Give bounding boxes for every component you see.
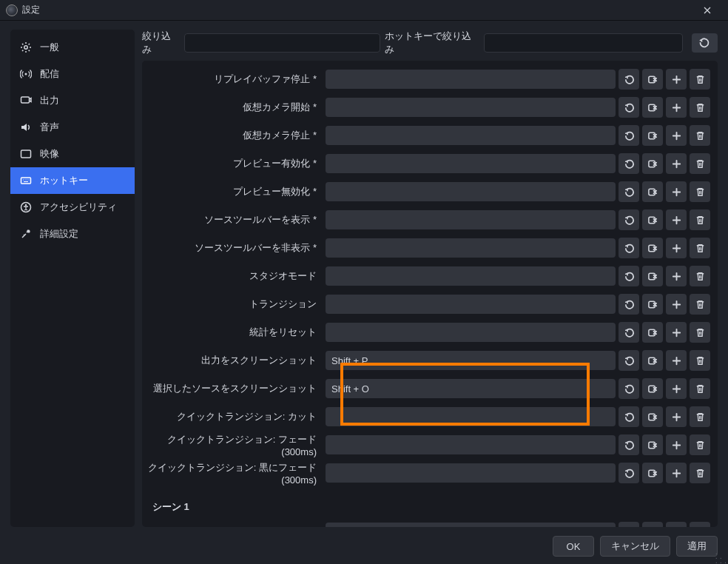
clear-button[interactable]	[642, 209, 663, 230]
hotkey-input[interactable]	[326, 435, 616, 454]
add-button[interactable]	[666, 522, 687, 527]
add-button[interactable]	[666, 69, 687, 90]
remove-button[interactable]	[690, 181, 710, 202]
add-button[interactable]	[666, 125, 687, 146]
apply-button[interactable]: 適用	[676, 536, 718, 557]
hotkey-input[interactable]	[326, 98, 616, 117]
undo-button[interactable]	[619, 434, 639, 455]
undo-button[interactable]	[619, 378, 639, 399]
remove-button[interactable]	[690, 294, 710, 315]
remove-button[interactable]	[690, 153, 710, 174]
hotkey-list[interactable]: リプレイバッファ停止 *仮想カメラ開始 *仮想カメラ停止 *プレビュー有効化 *…	[142, 61, 718, 527]
hotkey-input[interactable]	[326, 407, 616, 426]
hotkey-input[interactable]	[326, 126, 616, 145]
hotkey-input[interactable]	[326, 70, 616, 89]
add-button[interactable]	[666, 350, 687, 371]
hotkey-input[interactable]	[326, 154, 616, 173]
add-button[interactable]	[666, 153, 687, 174]
remove-button[interactable]	[690, 238, 710, 258]
undo-button[interactable]	[619, 463, 639, 483]
hotkey-label: プレビュー有効化 *	[146, 157, 323, 170]
undo-button[interactable]	[619, 125, 639, 146]
undo-button[interactable]	[619, 266, 639, 286]
undo-button[interactable]	[619, 522, 639, 527]
sidebar-item-accessibility[interactable]: アクセシビリティ	[10, 194, 135, 221]
clear-button[interactable]	[642, 378, 663, 399]
cancel-button[interactable]: キャンセル	[600, 536, 670, 557]
remove-button[interactable]	[690, 406, 710, 427]
remove-button[interactable]	[690, 125, 710, 146]
clear-button[interactable]	[642, 97, 663, 118]
clear-button[interactable]	[642, 266, 663, 286]
remove-button[interactable]	[690, 322, 710, 343]
add-button[interactable]	[666, 294, 687, 315]
hotkey-input[interactable]	[326, 295, 616, 314]
sidebar-item-label: 映像	[40, 147, 59, 161]
clear-button[interactable]	[642, 322, 663, 343]
undo-button[interactable]	[619, 406, 639, 427]
hotkey-input[interactable]	[326, 523, 616, 527]
clear-button[interactable]	[642, 434, 663, 455]
remove-button[interactable]	[690, 97, 710, 118]
hotkey-input[interactable]	[326, 238, 616, 258]
reset-filter-button[interactable]	[692, 33, 718, 53]
remove-button[interactable]	[690, 378, 710, 399]
add-button[interactable]	[666, 322, 687, 343]
clear-button[interactable]	[642, 69, 663, 90]
sidebar-item-stream[interactable]: 配信	[10, 61, 135, 87]
clear-button[interactable]	[642, 181, 663, 202]
hotkey-label: 選択したソースをスクリーンショット	[146, 382, 323, 395]
clear-button[interactable]	[642, 125, 663, 146]
add-button[interactable]	[666, 378, 687, 399]
add-button[interactable]	[666, 434, 687, 455]
clear-button[interactable]	[642, 406, 663, 427]
filter-input[interactable]	[184, 33, 380, 53]
ok-button[interactable]: OK	[553, 536, 594, 557]
undo-button[interactable]	[619, 181, 639, 202]
add-button[interactable]	[666, 181, 687, 202]
remove-button[interactable]	[690, 266, 710, 286]
undo-button[interactable]	[619, 294, 639, 315]
hotkey-input[interactable]	[326, 182, 616, 201]
hotkey-input[interactable]	[326, 210, 616, 229]
sidebar-item-audio[interactable]: 音声	[10, 114, 135, 141]
hotkey-input[interactable]	[326, 463, 616, 483]
remove-button[interactable]	[690, 350, 710, 371]
undo-button[interactable]	[619, 238, 639, 258]
undo-button[interactable]	[619, 97, 639, 118]
clear-button[interactable]	[642, 463, 663, 483]
undo-button[interactable]	[619, 322, 639, 343]
add-button[interactable]	[666, 266, 687, 286]
remove-button[interactable]	[690, 209, 710, 230]
sidebar-item-hotkeys[interactable]: ホットキー	[10, 167, 135, 194]
hotkey-input[interactable]	[326, 323, 616, 342]
hotkey-input[interactable]	[326, 351, 616, 370]
sidebar-item-video[interactable]: 映像	[10, 141, 135, 167]
sidebar-item-general[interactable]: 一般	[10, 34, 135, 61]
undo-button[interactable]	[619, 153, 639, 174]
undo-button[interactable]	[619, 350, 639, 371]
clear-button[interactable]	[642, 522, 663, 527]
add-button[interactable]	[666, 97, 687, 118]
resize-grip[interactable]: .. .. . .	[715, 549, 727, 563]
remove-button[interactable]	[690, 434, 710, 455]
remove-button[interactable]	[690, 463, 710, 483]
add-button[interactable]	[666, 406, 687, 427]
remove-button[interactable]	[690, 69, 710, 90]
hotkey-input[interactable]	[326, 266, 616, 286]
add-button[interactable]	[666, 463, 687, 483]
clear-button[interactable]	[642, 350, 663, 371]
remove-button[interactable]	[690, 522, 710, 527]
add-button[interactable]	[666, 238, 687, 258]
clear-button[interactable]	[642, 153, 663, 174]
add-button[interactable]	[666, 209, 687, 230]
hotkey-filter-input[interactable]	[484, 33, 682, 53]
sidebar-item-output[interactable]: 出力	[10, 87, 135, 114]
undo-button[interactable]	[619, 209, 639, 230]
clear-button[interactable]	[642, 294, 663, 315]
undo-button[interactable]	[619, 69, 639, 90]
clear-button[interactable]	[642, 238, 663, 258]
hotkey-input[interactable]	[326, 379, 616, 398]
close-button[interactable]	[692, 1, 722, 20]
sidebar-item-advanced[interactable]: 詳細設定	[10, 221, 135, 247]
